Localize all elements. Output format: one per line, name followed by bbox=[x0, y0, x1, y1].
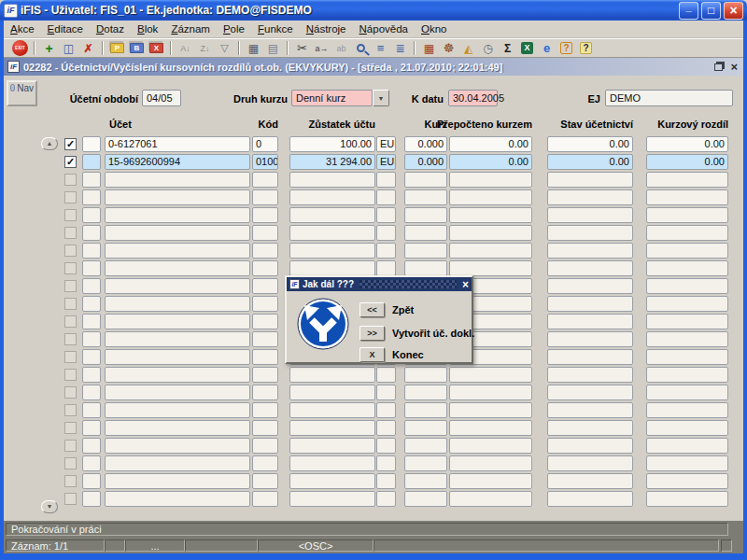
row-indicator-cell[interactable] bbox=[82, 455, 101, 471]
minimize-button[interactable] bbox=[679, 2, 698, 20]
cell-kurz[interactable] bbox=[404, 207, 447, 223]
cell-kod[interactable] bbox=[252, 260, 278, 276]
cell-stav[interactable] bbox=[547, 189, 633, 205]
cell-zustatek[interactable] bbox=[289, 207, 375, 223]
enter-query-icon[interactable]: P bbox=[107, 39, 127, 57]
cell-prepocteno[interactable] bbox=[449, 367, 532, 383]
cell-zustatek[interactable] bbox=[289, 225, 375, 241]
cell-kod[interactable] bbox=[252, 455, 278, 471]
nav-tab[interactable]: Nav bbox=[7, 80, 37, 106]
cell-ucet[interactable] bbox=[105, 189, 250, 205]
filter-icon[interactable]: ▽ bbox=[215, 39, 234, 57]
save-record-icon[interactable]: ◫ bbox=[59, 39, 78, 57]
cancel-query-icon[interactable]: X bbox=[147, 39, 166, 57]
cell-prepocteno[interactable] bbox=[449, 260, 532, 276]
row-indicator-cell[interactable] bbox=[82, 189, 101, 205]
cell-stav[interactable] bbox=[547, 243, 633, 259]
delete-record-icon[interactable]: ✗ bbox=[78, 39, 98, 57]
cell-kurz[interactable] bbox=[404, 473, 447, 489]
menu-item-akce[interactable]: Akce bbox=[4, 22, 41, 35]
cell-kurz[interactable]: 0.000 bbox=[404, 154, 447, 170]
cell-stav[interactable] bbox=[547, 207, 633, 223]
cell-rozdil[interactable]: 0.00 bbox=[646, 136, 728, 152]
cell-kurz[interactable] bbox=[404, 385, 447, 400]
cell-rozdil[interactable] bbox=[646, 491, 728, 507]
cell-rozdil[interactable] bbox=[646, 455, 728, 471]
translate-icon[interactable]: ab bbox=[331, 39, 351, 57]
cell-prepocteno[interactable] bbox=[449, 491, 532, 507]
cell-mena[interactable] bbox=[376, 473, 396, 489]
close-button[interactable] bbox=[724, 2, 743, 20]
exit-button-icon[interactable]: EXIT bbox=[10, 39, 30, 57]
cell-prepocteno[interactable] bbox=[449, 385, 532, 400]
menu-item-okno[interactable]: Okno bbox=[415, 22, 454, 35]
cell-prepocteno[interactable] bbox=[449, 225, 532, 241]
cell-kod[interactable] bbox=[252, 207, 278, 223]
cell-rozdil[interactable] bbox=[646, 207, 728, 223]
dialog-titlebar[interactable]: iF Jak dál ??? bbox=[287, 277, 472, 291]
row-checkbox[interactable] bbox=[64, 138, 77, 150]
cell-kod[interactable] bbox=[252, 473, 278, 489]
row-indicator-cell[interactable] bbox=[82, 491, 101, 507]
cell-rozdil[interactable] bbox=[646, 402, 728, 418]
cell-prepocteno[interactable]: 0.00 bbox=[449, 136, 532, 152]
cell-kurz[interactable] bbox=[404, 189, 447, 205]
cell-kod[interactable] bbox=[252, 278, 278, 294]
cell-zustatek[interactable] bbox=[289, 491, 375, 507]
cell-kurz[interactable] bbox=[404, 367, 447, 383]
cell-prepocteno[interactable] bbox=[449, 172, 532, 188]
cell-kod[interactable] bbox=[252, 189, 278, 205]
scroll-down-button[interactable]: ▼ bbox=[41, 500, 58, 513]
row-indicator-cell[interactable] bbox=[82, 367, 101, 383]
cell-stav[interactable] bbox=[547, 260, 633, 276]
execute-query-icon[interactable]: B bbox=[127, 39, 147, 57]
cell-kurz[interactable] bbox=[404, 420, 447, 436]
druh-kurzu-dropdown-button[interactable]: ▼ bbox=[373, 90, 389, 106]
cut-icon[interactable]: ✂ bbox=[292, 39, 312, 57]
dialog-button-vytvor-it-u-c---dokl-[interactable]: >> bbox=[359, 326, 385, 341]
cell-ucet[interactable] bbox=[105, 172, 250, 188]
cell-mena[interactable] bbox=[376, 172, 396, 188]
cell-kod[interactable] bbox=[252, 367, 278, 383]
cell-ucet[interactable] bbox=[105, 278, 250, 294]
cell-ucet[interactable] bbox=[105, 438, 250, 454]
cell-prepocteno[interactable] bbox=[449, 455, 532, 471]
help-icon[interactable]: ? bbox=[576, 39, 596, 57]
sum-icon[interactable]: Σ bbox=[498, 39, 517, 57]
navigator-icon[interactable]: ☸ bbox=[439, 39, 458, 57]
cell-rozdil[interactable] bbox=[646, 243, 728, 259]
menu-item-dotaz[interactable]: Dotaz bbox=[90, 22, 131, 35]
scroll-up-button[interactable]: ▲ bbox=[41, 137, 58, 150]
cell-stav[interactable] bbox=[547, 172, 633, 188]
cell-stav[interactable] bbox=[547, 296, 633, 312]
cell-ucet[interactable] bbox=[105, 296, 250, 312]
cell-rozdil[interactable] bbox=[646, 260, 728, 276]
cell-stav[interactable]: 0.00 bbox=[547, 154, 633, 170]
cell-stav[interactable] bbox=[547, 314, 633, 329]
clock-icon[interactable]: ◷ bbox=[478, 39, 498, 57]
cell-rozdil[interactable] bbox=[646, 438, 728, 454]
cell-rozdil[interactable] bbox=[646, 225, 728, 241]
cell-ucet[interactable] bbox=[105, 385, 250, 400]
cell-stav[interactable] bbox=[547, 473, 633, 489]
cell-kurz[interactable] bbox=[404, 243, 447, 259]
ej-field[interactable]: DEMO bbox=[605, 90, 733, 106]
cell-prepocteno[interactable] bbox=[449, 438, 532, 454]
cell-rozdil[interactable] bbox=[646, 367, 728, 383]
cell-kurz[interactable] bbox=[404, 260, 447, 276]
cell-kod[interactable] bbox=[252, 385, 278, 400]
cell-zustatek[interactable] bbox=[289, 420, 375, 436]
cell-kod[interactable] bbox=[252, 349, 278, 365]
cell-ucet[interactable]: 0-6127061 bbox=[105, 136, 250, 152]
cell-kod[interactable] bbox=[252, 172, 278, 188]
cell-rozdil[interactable] bbox=[646, 296, 728, 312]
menu-item-zaznam[interactable]: Záznam bbox=[164, 22, 217, 35]
cell-stav[interactable] bbox=[547, 438, 633, 454]
cell-stav[interactable] bbox=[547, 491, 633, 507]
menu-item-funkce[interactable]: Funkce bbox=[251, 22, 300, 35]
cell-prepocteno[interactable] bbox=[449, 402, 532, 418]
row-indicator-cell[interactable] bbox=[82, 402, 101, 418]
dialog-close-icon[interactable] bbox=[462, 279, 469, 290]
cell-kurz[interactable] bbox=[404, 455, 447, 471]
cell-kod[interactable]: 0 bbox=[252, 136, 278, 152]
